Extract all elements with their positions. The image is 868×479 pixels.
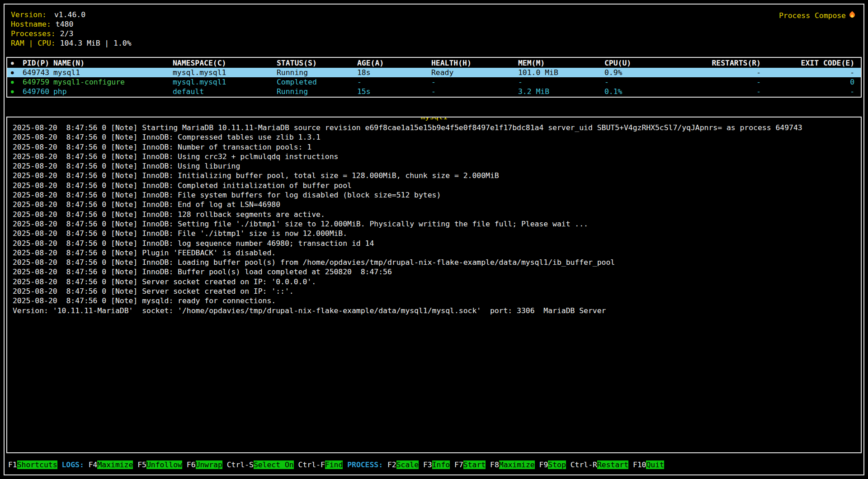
log-line: 2025-08-20 8:47:56 0 [Note] Server socke…	[13, 286, 855, 296]
cell-cpu: 0.1%	[604, 87, 695, 96]
process-row-php[interactable]: ●649760phpdefaultRunning15s-3.2 MiB0.1%-…	[7, 87, 861, 96]
status-section-logs: LOGS:	[61, 460, 84, 469]
log-line: 2025-08-20 8:47:56 0 [Note] InnoDB: Numb…	[13, 142, 855, 152]
cell-namespace: mysql.mysql1	[173, 68, 277, 77]
column-header-pid[interactable]: PID(P)	[23, 58, 53, 68]
log-line: 2025-08-20 8:47:56 0 [Note] InnoDB: Buff…	[13, 267, 855, 277]
log-line: 2025-08-20 8:47:56 0 [Note] InnoDB: Sett…	[13, 219, 855, 229]
key-hint-f9: F9	[539, 460, 548, 469]
status-dot-icon: ●	[11, 87, 23, 96]
column-header-name[interactable]: NAME(N)	[53, 58, 173, 68]
shortcut-unfollow[interactable]: Unfollow	[146, 460, 182, 469]
process-row-mysql1[interactable]: ●649743mysql1mysql.mysql1Running18sReady…	[7, 68, 861, 77]
process-table: ●PID(P)NAME(N)NAMESPACE(C)STATUS(S)AGE(A…	[6, 57, 862, 98]
cell-restarts: -	[695, 77, 761, 87]
cell-pid: 649760	[23, 87, 53, 96]
log-line: 2025-08-20 8:47:56 0 [Note] Starting Mar…	[13, 123, 855, 132]
cell-exit-code: -	[761, 68, 854, 77]
log-line: 2025-08-20 8:47:56 0 [Note] InnoDB: Usin…	[13, 152, 855, 161]
header-line-processes: Processes: 2/3	[11, 29, 857, 38]
shortcut-start[interactable]: Start	[463, 460, 486, 469]
app-title-text: Process Compose	[779, 11, 846, 20]
key-hint-ctrl-s: Ctrl-S	[227, 460, 254, 469]
cell-cpu: 0.9%	[604, 68, 695, 77]
key-hint-ctrl-f: Ctrl-F	[298, 460, 325, 469]
key-hint-f8: F8	[490, 460, 499, 469]
hostname-value: t480	[56, 19, 73, 29]
log-lines: 2025-08-20 8:47:56 0 [Note] Starting Mar…	[7, 117, 861, 315]
cell-cpu: -	[604, 77, 695, 87]
cell-namespace: default	[173, 87, 277, 96]
header: Version: v1.46.0 Hostname: t480 Processe…	[5, 5, 863, 48]
column-header-cpu[interactable]: CPU(U)	[604, 58, 695, 68]
cell-restarts: -	[695, 87, 761, 96]
status-bar: F1Shortcuts LOGS: F4Maximize F5Unfollow …	[8, 460, 860, 470]
ram-cpu-label: RAM | CPU:	[11, 38, 56, 48]
shortcut-shortcuts[interactable]: Shortcuts	[17, 460, 57, 469]
shortcut-restart[interactable]: Restart	[597, 460, 628, 469]
log-panel[interactable]: mysql1 2025-08-20 8:47:56 0 [Note] Start…	[6, 117, 862, 453]
key-hint-ctrl-r: Ctrl-R	[571, 460, 597, 469]
status-dot-icon: ●	[11, 68, 23, 77]
cell-age: 18s	[357, 68, 431, 77]
cell-namespace: mysql.mysql1	[173, 77, 277, 87]
key-hint-f7: F7	[454, 460, 463, 469]
log-line: 2025-08-20 8:47:56 0 [Note] InnoDB: Usin…	[13, 161, 855, 171]
shortcut-find[interactable]: Find	[325, 460, 343, 469]
column-header-health[interactable]: HEALTH(H)	[431, 58, 518, 68]
log-line: 2025-08-20 8:47:56 0 [Note] InnoDB: Init…	[13, 171, 855, 180]
log-line: 2025-08-20 8:47:56 0 [Note] InnoDB: End …	[13, 200, 855, 209]
header-line-version: Version: v1.46.0	[11, 10, 857, 19]
cell-name: mysql1-configure	[53, 77, 173, 87]
status-dot-icon: ●	[11, 77, 23, 87]
shortcut-unwrap[interactable]: Unwrap	[196, 460, 222, 469]
shortcut-stop[interactable]: Stop	[548, 460, 566, 469]
log-line: 2025-08-20 8:47:56 0 [Note] InnoDB: 128 …	[13, 210, 855, 219]
shortcut-info[interactable]: Info	[432, 460, 450, 469]
cell-mem: 3.2 MiB	[518, 87, 604, 96]
version-label: Version:	[11, 10, 50, 19]
column-header-status[interactable]: STATUS(S)	[277, 58, 357, 68]
log-line: 2025-08-20 8:47:56 0 [Note] InnoDB: File…	[13, 190, 855, 200]
log-line: 2025-08-20 8:47:56 0 [Note] InnoDB: Load…	[13, 258, 855, 267]
column-header-restarts[interactable]: RESTARTS(R)	[695, 58, 761, 68]
process-compose-terminal: Version: v1.46.0 Hostname: t480 Processe…	[4, 4, 864, 475]
header-line-ram-cpu: RAM | CPU: 104.3 MiB | 1.0%	[11, 38, 857, 48]
key-hint-f2: F2	[387, 460, 396, 469]
log-line: 2025-08-20 8:47:56 0 [Note] Server socke…	[13, 277, 855, 286]
cell-health: -	[431, 87, 518, 96]
log-line: 2025-08-20 8:47:56 0 [Note] Plugin 'FEED…	[13, 248, 855, 258]
shortcut-scale[interactable]: Scale	[396, 460, 419, 469]
log-panel-title: mysql1	[420, 117, 448, 122]
hostname-label: Hostname:	[11, 19, 51, 29]
key-hint-f4: F4	[89, 460, 98, 469]
log-line: 2025-08-20 8:47:56 0 [Note] InnoDB: Comp…	[13, 181, 855, 190]
cell-restarts: -	[695, 68, 761, 77]
log-line: 2025-08-20 8:47:56 0 [Note] InnoDB: log …	[13, 239, 855, 248]
cell-mem: 101.0 MiB	[518, 68, 604, 77]
log-line: 2025-08-20 8:47:56 0 [Note] InnoDB: Comp…	[13, 132, 855, 142]
process-table-body: ●649743mysql1mysql.mysql1Running18sReady…	[7, 68, 861, 96]
status-section-process: PROCESS:	[347, 460, 383, 469]
shortcut-quit[interactable]: Quit	[646, 460, 664, 469]
shortcut-maximize[interactable]: Maximize	[499, 460, 535, 469]
column-header-mem[interactable]: MEM(M)	[518, 58, 604, 68]
shortcut-maximize[interactable]: Maximize	[97, 460, 133, 469]
shortcut-select-on[interactable]: Select On	[254, 460, 294, 469]
version-value: v1.46.0	[54, 10, 85, 19]
column-header-namespace[interactable]: NAMESPACE(C)	[173, 58, 277, 68]
ram-cpu-value: 104.3 MiB | 1.0%	[60, 38, 132, 48]
cell-status: Running	[277, 87, 357, 96]
flame-icon	[849, 12, 855, 19]
cell-pid: 649743	[23, 68, 53, 77]
process-row-mysql1-configure[interactable]: ●649759mysql1-configuremysql.mysql1Compl…	[7, 77, 861, 87]
cell-mem: -	[518, 77, 604, 87]
header-line-hostname: Hostname: t480	[11, 19, 857, 29]
column-header-age[interactable]: AGE(A)	[357, 58, 431, 68]
header-dot-icon: ●	[11, 58, 23, 68]
log-line: Version: '10.11.11-MariaDB' socket: '/ho…	[13, 306, 855, 315]
key-hint-f10: F10	[633, 460, 646, 469]
key-hint-f1: F1	[8, 460, 17, 469]
column-header-exit-code[interactable]: EXIT CODE(E)	[761, 58, 854, 68]
log-line: 2025-08-20 8:47:56 0 [Note] InnoDB: File…	[13, 229, 855, 238]
